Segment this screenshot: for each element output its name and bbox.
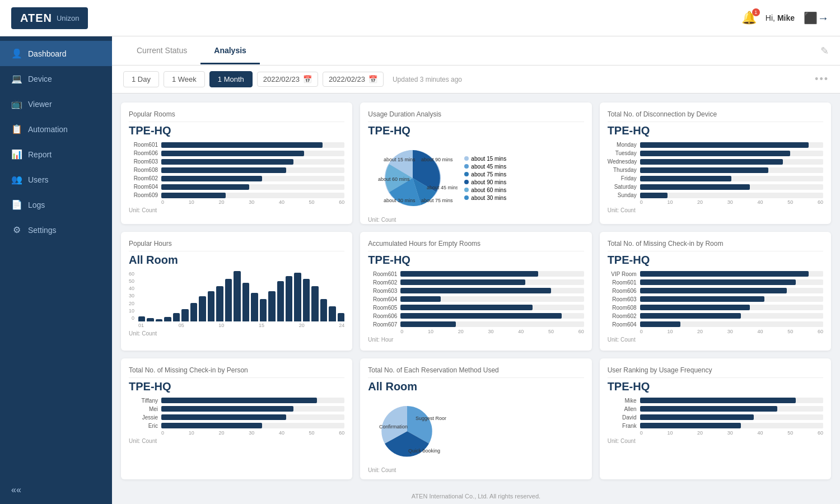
bar-track: [640, 414, 823, 420]
bar-label: Friday: [608, 175, 637, 181]
sidebar-label-report: Report: [28, 150, 52, 159]
sidebar-item-device[interactable]: 💻 Device: [0, 66, 112, 91]
bar-label: Mei: [129, 406, 158, 412]
legend-item: about 90 mins: [464, 179, 506, 185]
missing-checkin-room-subtitle: TPE-HQ: [608, 254, 823, 267]
bar-track: [640, 167, 823, 173]
svg-text:Quick booking: Quick booking: [408, 448, 440, 454]
bar-row: Room606: [608, 288, 823, 294]
bar-track: [640, 142, 823, 148]
bar-row: David: [608, 414, 823, 421]
notification-bell[interactable]: 🔔 1: [741, 11, 757, 25]
bar-track: [640, 423, 823, 428]
col-bar: [181, 309, 188, 321]
sidebar-item-settings[interactable]: ⚙ Settings: [0, 217, 112, 242]
bar-track: [400, 313, 584, 319]
sidebar-item-logs[interactable]: 📄 Logs: [0, 192, 112, 217]
bar-label: Room604: [608, 321, 637, 328]
sidebar-item-users[interactable]: 👥 Users: [0, 167, 112, 192]
bar-fill: [161, 184, 249, 190]
bar-row: Room601: [129, 142, 344, 148]
calendar-icon-2: 📅: [368, 75, 377, 83]
popular-hours-title: Popular Hours: [129, 240, 344, 251]
users-icon: 👥: [11, 174, 22, 185]
missing-checkin-room-card: Total No. of Missing Check-in by Room TP…: [600, 232, 831, 351]
date-to-input[interactable]: 2022/02/23 📅: [323, 72, 384, 87]
bar-label: Allen: [608, 406, 637, 412]
bar-label: Room608: [129, 167, 158, 173]
col-bar: [173, 313, 180, 321]
user-ranking-unit: Unit: Count: [608, 438, 823, 444]
settings-icon: ⚙: [11, 225, 22, 235]
filter-1month[interactable]: 1 Month: [209, 71, 253, 87]
bar-fill: [640, 279, 796, 285]
logs-icon: 📄: [11, 199, 22, 210]
empty-rooms-axis: 0102030405060: [368, 329, 584, 334]
legend-dot: [464, 195, 469, 200]
more-options-icon[interactable]: •••: [815, 73, 829, 85]
legend-item: about 75 mins: [464, 171, 506, 178]
legend-label: about 75 mins: [471, 171, 506, 178]
legend-dot: [464, 172, 469, 176]
bar-fill: [161, 423, 262, 428]
bar-row: Tiffany: [129, 398, 344, 404]
disconnection-axis: 0102030405060: [608, 199, 823, 205]
bar-fill: [161, 176, 262, 181]
sidebar-item-automation[interactable]: 📋 Automation: [0, 116, 112, 142]
bar-label: Room601: [608, 279, 637, 286]
bar-track: [400, 271, 584, 277]
col-bar: [320, 299, 327, 321]
bar-label: VIP Room: [608, 271, 637, 277]
bar-track: [400, 288, 584, 293]
bar-row: Room608: [129, 167, 344, 173]
svg-text:about 90 mins: about 90 mins: [421, 157, 453, 162]
bar-track: [161, 193, 344, 198]
edit-icon[interactable]: ✎: [820, 45, 829, 57]
bar-label: Room602: [368, 279, 397, 286]
reservation-pie-svg: Suggest Room Quick booking Confirmation: [368, 398, 446, 465]
reservation-piechart: Suggest Room Quick booking Confirmation: [368, 398, 584, 465]
bar-row: Room605: [368, 305, 584, 311]
tab-current-status[interactable]: Current Status: [123, 38, 200, 64]
svg-text:about 60 mins: about 60 mins: [378, 176, 410, 182]
empty-rooms-title: Accumulated Hours for Empty Rooms: [368, 240, 584, 251]
bar-fill: [400, 279, 525, 285]
sidebar-item-report[interactable]: 📊 Report: [0, 142, 112, 167]
col-bar: [190, 303, 197, 321]
popular-rooms-subtitle: TPE-HQ: [129, 124, 344, 137]
calendar-icon: 📅: [303, 75, 312, 83]
bar-row: Room603: [368, 288, 584, 294]
bar-label: Room606: [608, 288, 637, 294]
sidebar-item-dashboard[interactable]: 👤 Dashboard: [0, 41, 112, 66]
sidebar-item-viewer[interactable]: 📺 Viewer: [0, 91, 112, 116]
bar-fill: [640, 414, 754, 420]
user-ranking-card: User Ranking by Usage Frequency TPE-HQ M…: [600, 358, 831, 480]
bar-row: Room601: [608, 279, 823, 286]
disconnection-unit: Unit: Count: [608, 207, 823, 213]
sidebar-collapse-button[interactable]: ««: [0, 476, 112, 504]
bar-track: [161, 398, 344, 403]
sidebar-label-dashboard: Dashboard: [28, 49, 67, 58]
col-bar: [242, 283, 249, 321]
bar-row: Room603: [129, 158, 344, 165]
bar-track: [640, 159, 823, 165]
bar-fill: [640, 313, 741, 319]
tab-analysis[interactable]: Analysis: [200, 38, 260, 64]
col-bar: [311, 286, 318, 321]
bar-row: Thursday: [608, 167, 823, 173]
bar-fill: [640, 151, 790, 156]
col-bar: [329, 306, 335, 321]
report-icon: 📊: [11, 149, 22, 160]
filter-1day[interactable]: 1 Day: [123, 71, 159, 87]
bar-fill: [400, 321, 455, 327]
bar-track: [640, 271, 823, 277]
logo-area: ATEN Unizon: [11, 7, 88, 29]
filter-1week[interactable]: 1 Week: [164, 71, 205, 87]
bar-row: Room608: [608, 305, 823, 311]
col-bar: [156, 319, 162, 321]
col-bar: [277, 281, 284, 321]
date-from-input[interactable]: 2022/02/23 📅: [257, 72, 318, 87]
bar-track: [400, 305, 584, 310]
logout-button[interactable]: ⬛→: [804, 11, 829, 25]
svg-text:about 75 mins: about 75 mins: [421, 198, 453, 203]
